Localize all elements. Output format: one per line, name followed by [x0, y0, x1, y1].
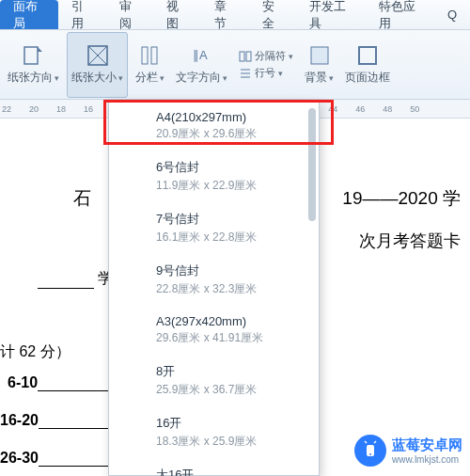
- page-orientation-icon: [22, 43, 46, 68]
- chevron-down-icon: ▾: [329, 73, 334, 83]
- tab-view[interactable]: 视图: [153, 0, 201, 29]
- option-title: 8开: [156, 363, 304, 380]
- tick: 46: [355, 104, 365, 114]
- label: 背景: [305, 70, 327, 86]
- columns-icon: [138, 43, 163, 68]
- label: 文字方向: [176, 70, 221, 86]
- label: 页面边框: [345, 70, 390, 86]
- menu-tabs: 面布局 引用 审阅 视图 章节 安全 开发工具 特色应用 Q: [0, 0, 470, 30]
- tab-review[interactable]: 审阅: [106, 0, 154, 29]
- svg-rect-12: [311, 47, 328, 64]
- option-title: A4(210x297mm): [156, 110, 304, 124]
- svg-rect-0: [24, 47, 38, 64]
- doc-text: 石: [73, 186, 91, 211]
- label: 纸张大小: [71, 70, 117, 86]
- option-sub: 18.3厘米 x 25.9厘米: [156, 434, 304, 450]
- paper-size-option-8k[interactable]: 8开 25.9厘米 x 36.7厘米: [109, 354, 319, 405]
- svg-rect-4: [142, 47, 148, 64]
- paper-size-option-big16k[interactable]: 大16开 20.9厘米 x 28.4厘米: [109, 457, 319, 476]
- tick: 18: [56, 104, 66, 114]
- tab-feature[interactable]: 特色应用: [366, 0, 434, 29]
- page-border-button[interactable]: 页面边框: [341, 32, 394, 98]
- option-title: 16开: [156, 415, 304, 432]
- svg-rect-8: [246, 52, 251, 61]
- chevron-down-icon: ▾: [278, 69, 283, 78]
- option-sub: 16.1厘米 x 22.8厘米: [156, 230, 304, 246]
- option-sub: 11.9厘米 x 22.9厘米: [156, 178, 304, 194]
- option-title: 9号信封: [156, 262, 304, 279]
- mini-group: 分隔符▾ 行号▾: [235, 45, 297, 84]
- tick: 44: [328, 104, 337, 114]
- option-title: A3(297x420mm): [156, 314, 304, 328]
- chevron-down-icon: ▾: [289, 52, 293, 61]
- option-sub: 20.9厘米 x 29.6厘米: [156, 126, 304, 142]
- option-title: 大16开: [156, 467, 304, 476]
- doc-text: 计 62 分）: [0, 342, 70, 362]
- watermark: 蓝莓安卓网 www.lmkjst.com: [354, 435, 462, 467]
- text-direction-button[interactable]: ∥A 文字方向▾: [172, 32, 231, 98]
- paper-size-option-16k[interactable]: 16开 18.3厘米 x 25.9厘米: [109, 405, 319, 457]
- doc-text: 6-10: [8, 374, 113, 391]
- columns-button[interactable]: 分栏▾: [132, 32, 168, 98]
- page-border-icon: [355, 43, 380, 68]
- paper-size-icon: [86, 43, 110, 68]
- paper-size-option-a4[interactable]: A4(210x297mm) 20.9厘米 x 29.6厘米: [109, 101, 319, 150]
- paper-size-button[interactable]: 纸张大小▾: [67, 32, 128, 98]
- svg-point-16: [369, 453, 371, 455]
- text-direction-icon: ∥A: [190, 43, 214, 68]
- svg-rect-5: [151, 47, 157, 64]
- svg-line-18: [374, 441, 376, 443]
- paper-size-dropdown: A4(210x297mm) 20.9厘米 x 29.6厘米 6号信封 11.9厘…: [108, 100, 320, 476]
- page-orientation-button[interactable]: 纸张方向▾: [4, 32, 63, 98]
- label: 分隔符: [255, 49, 286, 63]
- doc-text: 26-30: [0, 450, 114, 467]
- paper-size-option-env7[interactable]: 7号信封 16.1厘米 x 22.8厘米: [109, 201, 319, 253]
- background-button[interactable]: 背景▾: [301, 32, 337, 98]
- ribbon: 纸张方向▾ 纸张大小▾ 分栏▾ ∥A 文字方向▾ 分隔符▾ 行号▾ 背景: [0, 30, 470, 100]
- doc-text: 次月考答题卡: [359, 230, 461, 252]
- option-title: 7号信封: [156, 211, 304, 228]
- tick: 22: [2, 104, 11, 114]
- background-icon: [307, 43, 332, 68]
- paper-size-option-env6[interactable]: 6号信封 11.9厘米 x 22.9厘米: [109, 150, 319, 201]
- chevron-down-icon: ▾: [55, 73, 59, 83]
- label: 分栏: [135, 70, 158, 86]
- tab-develop[interactable]: 开发工具: [296, 0, 365, 29]
- doc-text: 16-20: [0, 412, 114, 429]
- tab-page-layout[interactable]: 面布局: [0, 0, 58, 29]
- tab-security[interactable]: 安全: [249, 0, 297, 29]
- doc-text: 19——2020 学: [342, 186, 461, 211]
- separator-icon: [239, 51, 252, 62]
- tick: 16: [84, 104, 93, 114]
- svg-text:∥A: ∥A: [193, 48, 208, 62]
- line-number-button[interactable]: 行号▾: [239, 66, 293, 80]
- line-number-icon: [239, 68, 252, 79]
- option-sub: 22.8厘米 x 32.3厘米: [156, 281, 304, 297]
- tick: 48: [383, 104, 392, 114]
- option-sub: 29.6厘米 x 41.91厘米: [156, 330, 304, 346]
- separator-button[interactable]: 分隔符▾: [239, 49, 293, 63]
- chevron-down-icon: ▾: [118, 73, 123, 83]
- dropdown-scrollbar[interactable]: [308, 108, 316, 221]
- option-sub: 25.9厘米 x 36.7厘米: [156, 382, 304, 398]
- tick: 50: [410, 104, 419, 114]
- tick: 20: [29, 104, 39, 114]
- chevron-down-icon: ▾: [160, 73, 164, 83]
- paper-size-option-a3[interactable]: A3(297x420mm) 29.6厘米 x 41.91厘米: [109, 305, 319, 354]
- option-title: 6号信封: [156, 159, 304, 176]
- paper-size-option-env9[interactable]: 9号信封 22.8厘米 x 32.3厘米: [109, 253, 319, 305]
- tab-chapter[interactable]: 章节: [201, 0, 249, 29]
- watermark-name: 蓝莓安卓网: [392, 436, 462, 454]
- tab-reference[interactable]: 引用: [58, 0, 106, 29]
- chevron-down-icon: ▾: [223, 73, 227, 83]
- label: 行号: [255, 66, 275, 80]
- svg-rect-13: [359, 47, 376, 64]
- tab-extra[interactable]: Q: [434, 0, 470, 29]
- watermark-url: www.lmkjst.com: [392, 454, 462, 465]
- label: 纸张方向: [8, 70, 53, 86]
- watermark-logo-icon: [354, 435, 386, 467]
- svg-rect-7: [240, 52, 244, 61]
- svg-line-17: [365, 441, 367, 443]
